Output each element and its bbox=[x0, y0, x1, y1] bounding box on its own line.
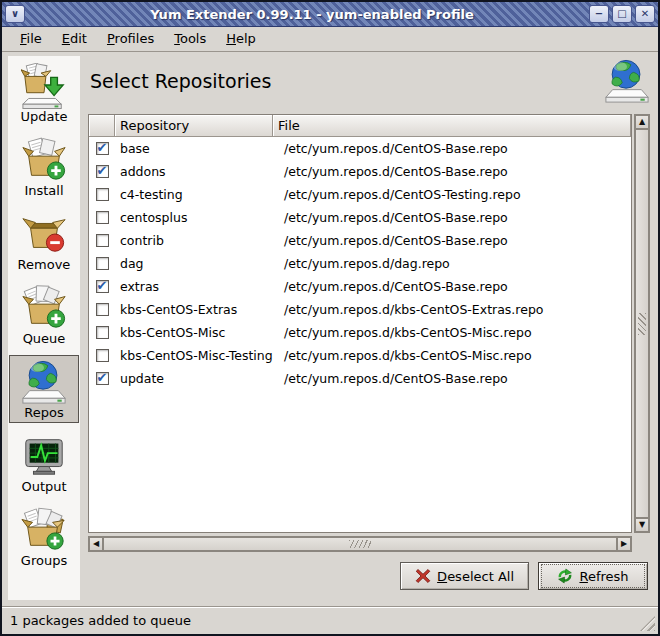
row-checkbox-cell bbox=[89, 211, 115, 224]
menu-file[interactable]: File bbox=[10, 28, 52, 50]
install-box-icon bbox=[21, 137, 67, 183]
scroll-right-button[interactable]: ▶ bbox=[617, 537, 631, 551]
table-row[interactable]: c4-testing /etc/yum.repos.d/CentOS-Testi… bbox=[89, 183, 631, 206]
sidebar: Update Install Remove Queue Repos Output bbox=[8, 56, 80, 600]
repo-file: /etc/yum.repos.d/kbs-CentOS-Misc.repo bbox=[278, 325, 631, 340]
repo-checkbox[interactable] bbox=[96, 188, 109, 201]
row-checkbox-cell bbox=[89, 372, 115, 385]
arrow-left-icon: ◀ bbox=[93, 540, 99, 548]
maximize-button[interactable]: □ bbox=[612, 5, 632, 23]
repo-checkbox[interactable] bbox=[96, 349, 109, 362]
vertical-scrollbar-thumb[interactable] bbox=[635, 129, 649, 518]
repository-table: Repository File base /etc/yum.repos.d/Ce… bbox=[88, 114, 632, 533]
sidebar-item-repos[interactable]: Repos bbox=[9, 355, 79, 423]
refresh-label: Refresh bbox=[579, 569, 628, 584]
repo-checkbox[interactable] bbox=[96, 234, 109, 247]
sidebar-item-update[interactable]: Update bbox=[9, 59, 79, 127]
minimize-button[interactable]: − bbox=[589, 5, 609, 23]
column-header-checkbox[interactable] bbox=[89, 115, 115, 137]
deselect-all-button[interactable]: Deselect All bbox=[400, 562, 529, 590]
sidebar-item-label: Queue bbox=[23, 331, 66, 346]
sidebar-item-label: Groups bbox=[21, 553, 67, 568]
window-menu-button[interactable]: ∨ bbox=[5, 5, 25, 23]
table-row[interactable]: contrib /etc/yum.repos.d/CentOS-Base.rep… bbox=[89, 229, 631, 252]
sidebar-item-output[interactable]: Output bbox=[9, 429, 79, 497]
table-row[interactable]: centosplus /etc/yum.repos.d/CentOS-Base.… bbox=[89, 206, 631, 229]
refresh-button[interactable]: Refresh bbox=[538, 562, 648, 590]
scroll-down-button[interactable]: ▼ bbox=[635, 518, 649, 532]
repo-file: /etc/yum.repos.d/kbs-CentOS-Extras.repo bbox=[278, 302, 631, 317]
table-row[interactable]: base /etc/yum.repos.d/CentOS-Base.repo bbox=[89, 137, 631, 160]
sidebar-item-label: Output bbox=[21, 479, 66, 494]
sidebar-item-groups[interactable]: Groups bbox=[9, 503, 79, 571]
horizontal-scrollbar-thumb[interactable] bbox=[103, 537, 617, 551]
repo-name: contrib bbox=[115, 233, 278, 248]
close-button[interactable]: ✕ bbox=[635, 5, 655, 23]
menu-help[interactable]: Help bbox=[216, 28, 266, 50]
column-header-repository[interactable]: Repository bbox=[115, 115, 273, 137]
menu-tools[interactable]: Tools bbox=[164, 28, 216, 50]
queue-box-icon bbox=[21, 285, 67, 331]
sidebar-item-remove[interactable]: Remove bbox=[9, 207, 79, 275]
row-checkbox-cell bbox=[89, 280, 115, 293]
table-row[interactable]: dag /etc/yum.repos.d/dag.repo bbox=[89, 252, 631, 275]
sidebar-item-label: Install bbox=[24, 183, 63, 198]
statusbar: 1 packages added to queue bbox=[2, 606, 658, 634]
table-row[interactable]: kbs-CentOS-Misc /etc/yum.repos.d/kbs-Cen… bbox=[89, 321, 631, 344]
sidebar-item-label: Repos bbox=[24, 405, 63, 420]
table-row[interactable]: kbs-CentOS-Extras /etc/yum.repos.d/kbs-C… bbox=[89, 298, 631, 321]
action-button-row: Deselect All Refresh bbox=[88, 562, 648, 590]
repo-checkbox[interactable] bbox=[96, 303, 109, 316]
repo-file: /etc/yum.repos.d/CentOS-Base.repo bbox=[278, 233, 631, 248]
titlebar[interactable]: ∨ Yum Extender 0.99.11 - yum-enabled Pro… bbox=[2, 2, 658, 27]
sidebar-item-install[interactable]: Install bbox=[9, 133, 79, 201]
table-row[interactable]: kbs-CentOS-Misc-Testing /etc/yum.repos.d… bbox=[89, 344, 631, 367]
scroll-left-button[interactable]: ◀ bbox=[89, 537, 103, 551]
sidebar-item-label: Remove bbox=[18, 257, 71, 272]
minimize-icon: − bbox=[595, 9, 603, 19]
scroll-up-button[interactable]: ▲ bbox=[635, 115, 649, 129]
repo-name: dag bbox=[115, 256, 278, 271]
repo-file: /etc/yum.repos.d/CentOS-Testing.repo bbox=[278, 187, 631, 202]
repo-checkbox[interactable] bbox=[96, 372, 109, 385]
status-text: 1 packages added to queue bbox=[10, 613, 191, 628]
horizontal-scrollbar[interactable]: ◀ ▶ bbox=[88, 536, 632, 552]
menu-profiles[interactable]: Profiles bbox=[97, 28, 164, 50]
row-checkbox-cell bbox=[89, 257, 115, 270]
thumb-grip bbox=[349, 540, 371, 548]
repo-checkbox[interactable] bbox=[96, 257, 109, 270]
menubar: File Edit Profiles Tools Help bbox=[2, 27, 658, 51]
repo-name: extras bbox=[115, 279, 278, 294]
red-x-icon bbox=[415, 568, 431, 584]
column-header-file[interactable]: File bbox=[273, 115, 631, 137]
table-row[interactable]: update /etc/yum.repos.d/CentOS-Base.repo bbox=[89, 367, 631, 390]
repo-name: centosplus bbox=[115, 210, 278, 225]
row-checkbox-cell bbox=[89, 165, 115, 178]
row-checkbox-cell bbox=[89, 188, 115, 201]
menu-edit[interactable]: Edit bbox=[52, 28, 97, 50]
chevron-down-icon: ∨ bbox=[11, 9, 19, 19]
content-area: Update Install Remove Queue Repos Output bbox=[2, 51, 658, 606]
repo-checkbox[interactable] bbox=[96, 142, 109, 155]
repo-name: base bbox=[115, 141, 278, 156]
resize-grip[interactable] bbox=[640, 616, 655, 631]
close-icon: ✕ bbox=[641, 9, 649, 19]
row-checkbox-cell bbox=[89, 234, 115, 247]
repo-checkbox[interactable] bbox=[96, 326, 109, 339]
repo-file: /etc/yum.repos.d/CentOS-Base.repo bbox=[278, 141, 631, 156]
sidebar-item-queue[interactable]: Queue bbox=[9, 281, 79, 349]
table-row[interactable]: addons /etc/yum.repos.d/CentOS-Base.repo bbox=[89, 160, 631, 183]
repo-checkbox[interactable] bbox=[96, 211, 109, 224]
arrow-down-icon: ▼ bbox=[639, 521, 645, 529]
table-row[interactable]: extras /etc/yum.repos.d/CentOS-Base.repo bbox=[89, 275, 631, 298]
repo-name: addons bbox=[115, 164, 278, 179]
repository-table-wrap: Repository File base /etc/yum.repos.d/Ce… bbox=[88, 114, 650, 533]
repo-checkbox[interactable] bbox=[96, 165, 109, 178]
page-header: Select Repositories bbox=[88, 52, 650, 114]
repo-name: c4-testing bbox=[115, 187, 278, 202]
vertical-scrollbar[interactable]: ▲ ▼ bbox=[634, 114, 650, 533]
repo-checkbox[interactable] bbox=[96, 280, 109, 293]
deselect-all-label: Deselect All bbox=[437, 569, 514, 584]
row-checkbox-cell bbox=[89, 326, 115, 339]
sidebar-item-label: Update bbox=[20, 109, 67, 124]
